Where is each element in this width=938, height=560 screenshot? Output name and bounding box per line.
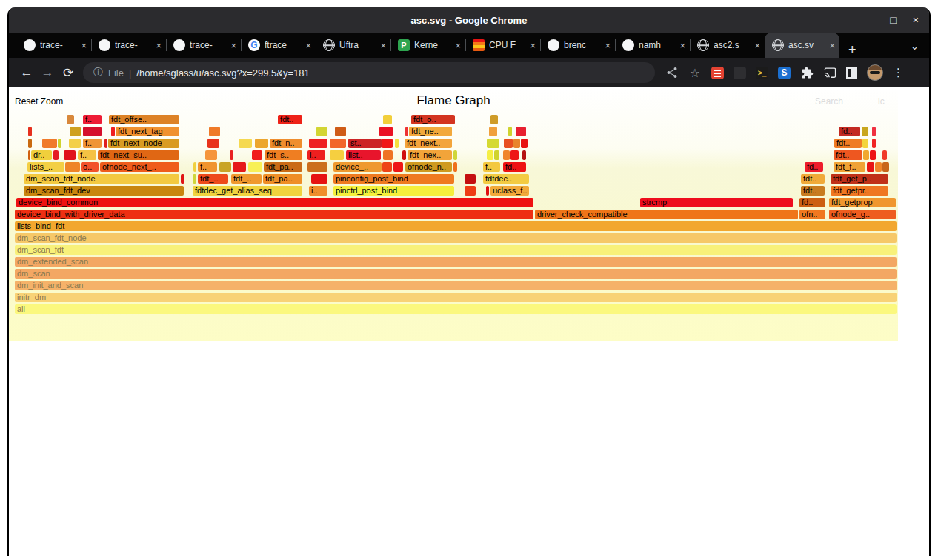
flame-frame[interactable] [28, 150, 30, 160]
flame-frame[interactable] [67, 115, 74, 124]
profile-avatar[interactable] [867, 64, 883, 81]
flame-frame-o[interactable]: o.. [81, 162, 99, 172]
flame-frame-st[interactable]: st.. [348, 139, 382, 148]
flame-frame[interactable] [453, 150, 457, 160]
flame-frame[interactable] [882, 150, 887, 160]
flame-frame-device_bind_common[interactable]: device_bind_common [16, 198, 533, 207]
flame-frame[interactable] [104, 139, 107, 148]
flame-frame[interactable] [69, 139, 81, 148]
title-bar[interactable]: asc.svg - Google Chrome – □ × [9, 7, 929, 33]
flame-frame[interactable] [335, 127, 346, 136]
flame-frame[interactable] [521, 139, 528, 148]
dark-extension-icon[interactable] [734, 67, 746, 79]
flame-frame-fdt_o[interactable]: fdt_o.. [411, 115, 455, 124]
address-bar[interactable]: ⓘ File | /home/sglass/u/asc.svg?x=299.5&… [83, 62, 655, 83]
flame-frame[interactable] [42, 139, 57, 148]
flame-frame[interactable] [330, 150, 344, 160]
flame-frame-fd[interactable]: fd.. [839, 127, 860, 136]
minimize-button[interactable]: – [868, 14, 874, 26]
tab-search-chevron-icon[interactable]: ⌄ [911, 41, 919, 52]
flame-frame-i[interactable]: i.. [309, 186, 327, 196]
flame-frame[interactable] [863, 150, 869, 160]
flame-frame[interactable] [239, 139, 252, 148]
forward-button[interactable]: → [37, 65, 58, 80]
flame-frame[interactable] [465, 174, 476, 184]
flame-frame-fdt_next[interactable]: fdt_next.. [405, 139, 452, 148]
flame-frame-pinctrl_post_bind[interactable]: pinctrl_post_bind [333, 186, 454, 196]
flame-frame-dm_init_and_scan[interactable]: dm_init_and_scan [15, 281, 897, 290]
side-panel-icon[interactable] [846, 67, 857, 79]
flame-frame[interactable] [255, 139, 268, 148]
flame-frame-dm_scan[interactable]: dm_scan [15, 269, 897, 279]
extensions-puzzle-icon[interactable] [800, 66, 814, 79]
flame-frame[interactable] [205, 150, 217, 160]
flame-frame-f[interactable]: f.. [198, 162, 217, 172]
flame-frame[interactable] [379, 127, 393, 136]
flame-frame-fdt_ne[interactable]: fdt_ne.. [409, 127, 452, 136]
flame-frame[interactable] [489, 127, 497, 136]
flame-frame[interactable] [311, 174, 327, 184]
flame-frame-fdt_[interactable]: fdt_.. [198, 174, 228, 184]
flame-frame[interactable] [64, 150, 76, 160]
flame-frame-fdt_get_p[interactable]: fdt_get_p.. [831, 174, 888, 184]
flame-frame-fdt_n[interactable]: fdt_n.. [270, 139, 302, 148]
flame-frame[interactable] [309, 139, 327, 148]
flame-frame-f[interactable]: f.. [83, 115, 102, 124]
flame-frame[interactable] [487, 150, 493, 160]
browser-tab[interactable]: P Kerne × [390, 33, 465, 58]
flame-frame[interactable] [209, 127, 220, 136]
flame-ignore-case-button[interactable]: ic [878, 96, 885, 107]
browser-tab[interactable]: trace- × [91, 33, 166, 58]
flame-frame-fdt_pa[interactable]: fdt_pa.. [264, 162, 302, 172]
flame-frame[interactable] [487, 139, 499, 148]
flame-frame[interactable] [862, 127, 868, 136]
new-tab-button[interactable]: + [848, 42, 856, 58]
flame-frame[interactable] [193, 174, 196, 184]
flame-frame-device_bind_with_driver_data[interactable]: device_bind_with_driver_data [15, 210, 533, 219]
page-info-icon[interactable]: ⓘ [93, 66, 103, 79]
blue-s-extension-icon[interactable]: S [778, 67, 791, 79]
flame-search-button[interactable]: Search [815, 96, 843, 107]
flame-frame[interactable] [248, 162, 262, 172]
flame-frame-fdt_s[interactable]: fdt_s.. [265, 150, 302, 160]
flame-frame-fdt_next_tag[interactable]: fdt_next_tag [116, 127, 179, 136]
flame-frame[interactable] [882, 162, 889, 172]
flame-frame-fdtdec_get_alias_seq[interactable]: fdtdec_get_alias_seq [193, 186, 302, 196]
flame-frame[interactable] [494, 150, 499, 160]
flame-frame[interactable] [330, 139, 346, 148]
flame-frame[interactable] [307, 162, 327, 172]
flame-frame-initr_dm[interactable]: initr_dm [15, 293, 897, 302]
flame-frame[interactable] [382, 139, 393, 148]
flame-frame[interactable] [490, 115, 498, 124]
browser-tab[interactable]: brenc × [540, 33, 615, 58]
flame-frame-lists_bind_fdt[interactable]: lists_bind_fdt [15, 221, 897, 231]
flame-frame[interactable] [316, 127, 327, 136]
browser-tab[interactable]: Uftra × [316, 33, 390, 58]
tab-close-icon[interactable]: × [305, 40, 311, 51]
flame-frame[interactable] [516, 127, 526, 136]
flame-frame[interactable] [453, 162, 457, 172]
flame-frame-fdt_getpr[interactable]: fdt_getpr.. [831, 186, 888, 196]
flame-frame-ofnode_next_[interactable]: ofnode_next_.. [100, 162, 179, 172]
flame-frame-list[interactable]: list.. [346, 150, 381, 160]
flame-frame[interactable] [872, 139, 876, 148]
browser-tab[interactable]: G ftrace × [241, 33, 316, 58]
flame-frame[interactable] [504, 139, 513, 148]
tab-close-icon[interactable]: × [156, 40, 162, 51]
flame-frame[interactable] [383, 115, 392, 124]
tab-close-icon[interactable]: × [679, 40, 685, 51]
flame-frame[interactable] [867, 162, 874, 172]
flame-frame[interactable] [503, 150, 510, 160]
flame-frame-fd[interactable]: fd.. [805, 162, 823, 172]
cast-icon[interactable] [823, 66, 836, 79]
maximize-button[interactable]: □ [890, 14, 896, 26]
flame-frame-fdt[interactable]: fdt.. [278, 115, 302, 124]
flame-frame[interactable] [181, 174, 184, 184]
browser-tab[interactable]: asc2.s × [690, 33, 765, 58]
flame-frame-fdt[interactable]: fdt.. [834, 150, 862, 160]
flame-frame-fdt_next_node[interactable]: fdt_next_node [108, 139, 179, 148]
flame-frame[interactable] [230, 150, 233, 160]
flame-frame[interactable] [513, 139, 520, 148]
flame-frame[interactable] [111, 127, 115, 136]
flame-frame[interactable] [382, 162, 392, 172]
